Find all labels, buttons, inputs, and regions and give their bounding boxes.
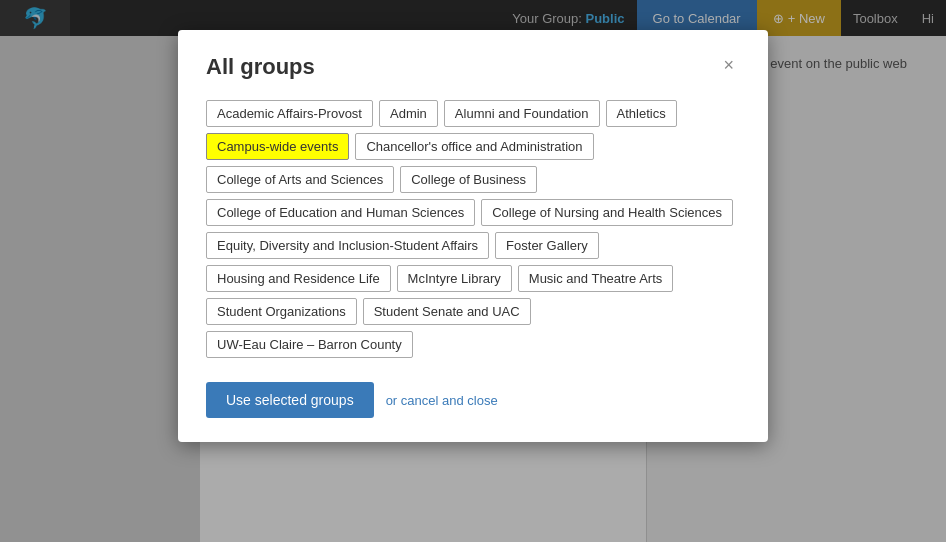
- group-tag-student-senate[interactable]: Student Senate and UAC: [363, 298, 531, 325]
- groups-container: Academic Affairs-ProvostAdminAlumni and …: [206, 100, 740, 358]
- modal-close-button[interactable]: ×: [717, 54, 740, 76]
- group-tag-campus-wide[interactable]: Campus-wide events: [206, 133, 349, 160]
- group-tag-foster[interactable]: Foster Gallery: [495, 232, 599, 259]
- group-tag-admin[interactable]: Admin: [379, 100, 438, 127]
- group-tag-equity[interactable]: Equity, Diversity and Inclusion-Student …: [206, 232, 489, 259]
- group-tag-housing[interactable]: Housing and Residence Life: [206, 265, 391, 292]
- group-tag-education[interactable]: College of Education and Human Sciences: [206, 199, 475, 226]
- group-tag-music[interactable]: Music and Theatre Arts: [518, 265, 673, 292]
- use-selected-button[interactable]: Use selected groups: [206, 382, 374, 418]
- modal-title: All groups: [206, 54, 315, 80]
- modal-footer: Use selected groups or cancel and close: [206, 382, 740, 418]
- group-tag-alumni[interactable]: Alumni and Foundation: [444, 100, 600, 127]
- group-tag-academic-affairs[interactable]: Academic Affairs-Provost: [206, 100, 373, 127]
- group-tag-uw-barron[interactable]: UW-Eau Claire – Barron County: [206, 331, 413, 358]
- group-tag-chancellors[interactable]: Chancellor's office and Administration: [355, 133, 593, 160]
- group-tag-athletics[interactable]: Athletics: [606, 100, 677, 127]
- group-tag-student-orgs[interactable]: Student Organizations: [206, 298, 357, 325]
- group-tag-library[interactable]: McIntyre Library: [397, 265, 512, 292]
- group-tag-business[interactable]: College of Business: [400, 166, 537, 193]
- cancel-close-link[interactable]: or cancel and close: [386, 393, 498, 408]
- all-groups-modal: All groups × Academic Affairs-ProvostAdm…: [178, 30, 768, 442]
- modal-header: All groups ×: [206, 54, 740, 80]
- group-tag-arts-sciences[interactable]: College of Arts and Sciences: [206, 166, 394, 193]
- group-tag-nursing[interactable]: College of Nursing and Health Sciences: [481, 199, 733, 226]
